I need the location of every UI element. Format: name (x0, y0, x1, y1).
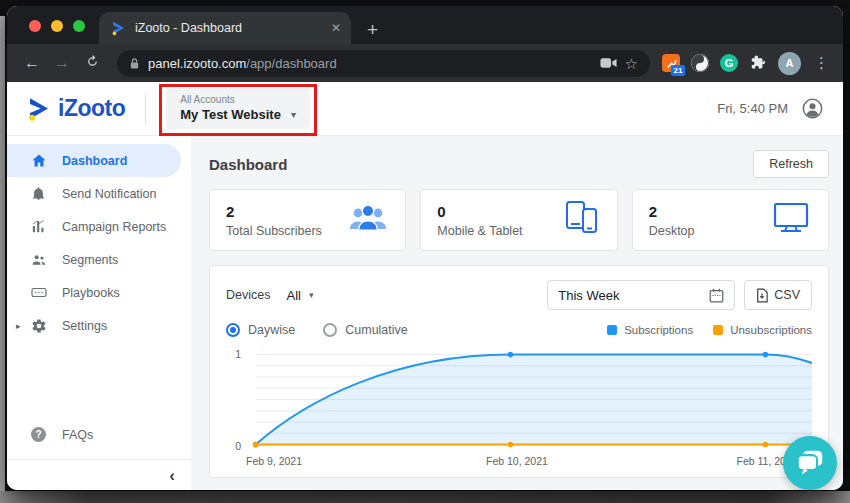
csv-file-icon (756, 288, 768, 303)
stat-cards: 2 Total Subscribers 0 Mobile & Tablet (209, 189, 829, 251)
izooto-logo: iZooto (27, 95, 125, 122)
date-range-value: This Week (558, 288, 619, 303)
sidebar-item-label: Settings (62, 319, 107, 333)
refresh-button[interactable]: Refresh (753, 150, 829, 178)
header-divider (145, 94, 146, 124)
grammarly-extension-icon[interactable]: G (720, 54, 738, 72)
maximize-window-button[interactable] (73, 20, 85, 32)
url-text: panel.izooto.com/app/dashboard (148, 56, 337, 71)
browser-tab[interactable]: iZooto - Dashboard ✕ (99, 12, 351, 44)
stat-card-mobile-tablet: 0 Mobile & Tablet (420, 189, 617, 251)
close-window-button[interactable] (29, 20, 41, 32)
gear-icon (30, 317, 47, 334)
legend-swatch-icon (607, 325, 617, 335)
devices-filter-label: Devices (226, 288, 270, 302)
address-bar[interactable]: panel.izooto.com/app/dashboard ☆ (117, 50, 650, 77)
trend-chart-plot[interactable] (250, 347, 812, 452)
lock-icon (129, 57, 140, 70)
sidebar-item-label: Playbooks (62, 286, 120, 300)
devices-filter-select[interactable]: All ▾ (286, 288, 313, 303)
radio-cumulative[interactable]: Cumulative (323, 323, 408, 337)
csv-button-label: CSV (774, 288, 800, 302)
minimize-window-button[interactable] (51, 20, 63, 32)
extensions-puzzle-icon[interactable] (749, 54, 767, 72)
radio-daywise[interactable]: Daywise (226, 323, 295, 337)
browser-menu-icon[interactable]: ⋮ (812, 54, 829, 72)
main-content: Dashboard Refresh 2 Total Subscribers (191, 136, 843, 490)
browser-profile-avatar[interactable]: A (778, 52, 801, 75)
subscriptions-chart-card: Devices All ▾ This Week (209, 265, 829, 478)
calendar-icon (709, 288, 724, 303)
stat-value: 0 (437, 203, 522, 220)
sidebar-item-dashboard[interactable]: Dashboard (7, 144, 181, 177)
sidebar-item-faqs[interactable]: ? FAQs (7, 418, 191, 451)
date-range-input[interactable]: This Week (547, 280, 735, 310)
account-selector[interactable]: All Accounts My Test Website ▾ (166, 88, 310, 129)
analytics-extension-icon[interactable]: 21 (662, 54, 680, 72)
account-selector-value: My Test Website (180, 107, 281, 122)
swirl-extension-icon[interactable] (691, 54, 709, 72)
sidebar-item-campaign-reports[interactable]: Campaign Reports (7, 210, 191, 243)
sidebar-item-label: Dashboard (62, 154, 127, 168)
stat-value: 2 (226, 203, 322, 220)
people-icon (30, 251, 47, 268)
logo-text: iZooto (58, 95, 125, 122)
sidebar-item-label: Send Notification (62, 187, 157, 201)
reload-icon[interactable] (79, 54, 105, 73)
bookmark-star-icon[interactable]: ☆ (625, 56, 638, 71)
radio-icon (323, 323, 337, 337)
sidebar-item-segments[interactable]: Segments (7, 243, 191, 276)
expand-caret-icon[interactable]: ▸ (16, 321, 21, 331)
url-path: /app/dashboard (246, 56, 336, 71)
sidebar-item-send-notification[interactable]: Send Notification (7, 177, 191, 210)
window-controls (29, 20, 85, 32)
legend-label: Subscriptions (624, 324, 693, 336)
url-host: panel.izooto.com (148, 56, 246, 71)
izooto-favicon-icon (111, 21, 126, 36)
sidebar-item-label: Segments (62, 253, 118, 267)
sidebar-item-label: Campaign Reports (62, 220, 166, 234)
tab-title: iZooto - Dashboard (135, 21, 322, 35)
background-edge-bottom (0, 491, 850, 503)
y-tick-label: 1 (235, 348, 241, 360)
sidebar-item-settings[interactable]: ▸ Settings (7, 309, 191, 342)
app-header: iZooto All Accounts My Test Website ▾ Fr… (7, 82, 843, 136)
chevron-down-icon: ▾ (291, 109, 296, 120)
sidebar-item-playbooks[interactable]: Playbooks (7, 276, 191, 309)
browser-toolbar: ← → panel.izooto.com/app/dashboard ☆ 21 (7, 44, 843, 82)
chat-bubbles-icon (795, 449, 825, 477)
trend-chart (250, 347, 812, 452)
chat-widget-button[interactable] (783, 436, 837, 490)
chevron-down-icon: ▾ (309, 290, 314, 300)
page-title: Dashboard (209, 156, 287, 173)
stat-label: Mobile & Tablet (437, 224, 522, 238)
stat-label: Total Subscribers (226, 224, 322, 238)
izooto-logo-icon (27, 97, 51, 121)
datetime-label: Fri, 5:40 PM (717, 101, 788, 116)
stat-label: Desktop (649, 224, 695, 238)
y-axis: 1 0 (226, 347, 250, 452)
devices-filter-value: All (286, 288, 300, 303)
extension-badge: 21 (671, 65, 685, 76)
forward-icon[interactable]: → (49, 54, 75, 72)
x-axis: Feb 9, 2021 Feb 10, 2021 Feb 11, 2021 (250, 452, 812, 469)
sidebar-collapse-icon[interactable]: ‹ (169, 467, 175, 484)
subscribers-group-icon (347, 201, 389, 239)
x-tick-label: Feb 9, 2021 (246, 455, 302, 467)
stat-card-total-subscribers: 2 Total Subscribers (209, 189, 406, 251)
extensions-area: 21 G A ⋮ (662, 52, 829, 75)
playbook-icon (30, 284, 47, 301)
legend-subscriptions: Subscriptions (607, 324, 693, 336)
legend-unsubscriptions: Unsubscriptions (713, 324, 812, 336)
back-icon[interactable]: ← (19, 54, 45, 72)
tab-close-icon[interactable]: ✕ (331, 21, 341, 35)
sidebar: Dashboard Send Notification Campaign Rep… (7, 136, 191, 490)
radio-label: Daywise (248, 323, 295, 337)
x-tick-label: Feb 10, 2021 (486, 455, 548, 467)
user-account-icon[interactable] (802, 98, 823, 119)
csv-export-button[interactable]: CSV (744, 280, 812, 310)
chart-legend: Subscriptions Unsubscriptions (607, 324, 812, 336)
sidebar-item-label: FAQs (62, 428, 93, 442)
media-camera-icon[interactable] (600, 57, 617, 69)
new-tab-button[interactable]: + (367, 20, 378, 39)
